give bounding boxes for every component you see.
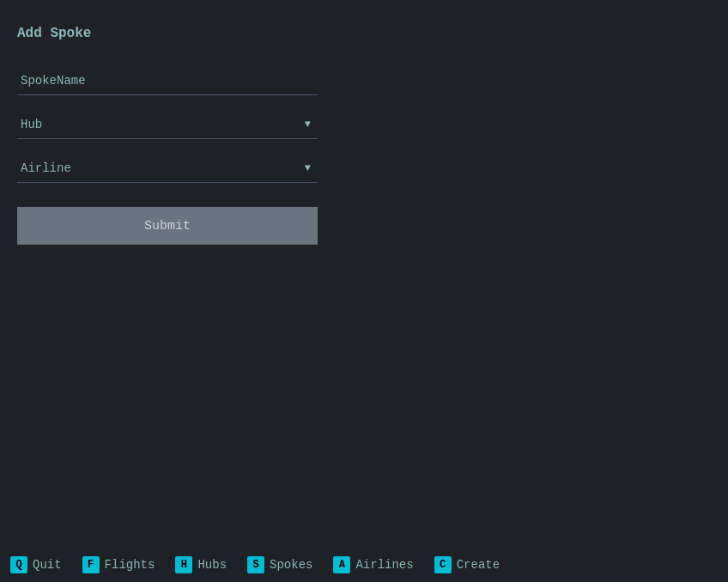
flights-label: Flights — [105, 558, 155, 572]
hub-field: Hub ▼ — [17, 111, 711, 139]
airline-select-wrapper: Airline ▼ — [17, 155, 318, 183]
nav-item-airlines[interactable]: A Airlines — [323, 548, 423, 582]
hub-select[interactable]: Hub — [17, 111, 318, 138]
airlines-label: Airlines — [355, 558, 413, 572]
submit-button[interactable]: Submit — [17, 207, 318, 245]
add-spoke-form: Hub ▼ Airline ▼ Submit — [17, 67, 711, 260]
page-title: Add Spoke — [17, 26, 711, 41]
bottom-nav-bar: Q Quit F Flights H Hubs S Spokes A Airli… — [0, 548, 728, 582]
main-content: Add Spoke Hub ▼ Airline ▼ Submit — [0, 0, 728, 548]
spoke-name-field — [17, 67, 711, 95]
spokes-key: S — [247, 556, 264, 573]
airline-select[interactable]: Airline — [17, 155, 318, 182]
nav-item-create[interactable]: C Create — [424, 548, 510, 582]
hubs-label: Hubs — [197, 558, 227, 572]
airline-field: Airline ▼ — [17, 155, 711, 183]
create-label: Create — [457, 558, 500, 572]
hub-select-wrapper: Hub ▼ — [17, 111, 318, 139]
nav-item-spokes[interactable]: S Spokes — [237, 548, 323, 582]
spoke-name-input[interactable] — [17, 67, 318, 95]
airlines-key: A — [333, 556, 350, 573]
nav-item-flights[interactable]: F Flights — [72, 548, 166, 582]
quit-label: Quit — [33, 558, 62, 572]
nav-item-quit[interactable]: Q Quit — [0, 548, 72, 582]
submit-field: Submit — [17, 198, 711, 245]
flights-key: F — [82, 556, 100, 573]
nav-item-hubs[interactable]: H Hubs — [165, 548, 237, 582]
create-key: C — [434, 556, 452, 573]
spokes-label: Spokes — [270, 558, 312, 572]
quit-key: Q — [10, 556, 27, 573]
hubs-key: H — [175, 556, 192, 573]
